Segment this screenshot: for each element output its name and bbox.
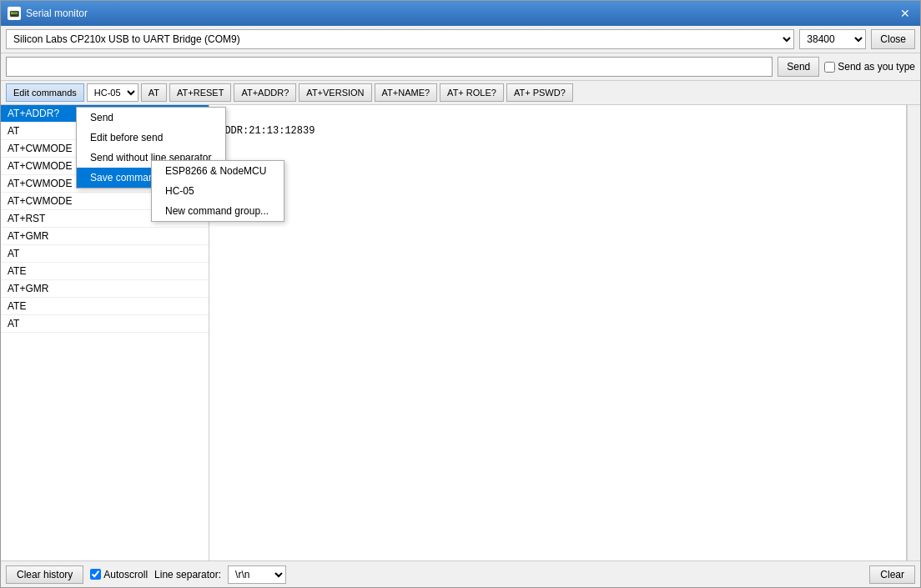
- cmd-at-reset[interactable]: AT+RESET: [169, 83, 231, 102]
- submenu-esp8266[interactable]: ESP8266 & NodeMCU: [152, 161, 209, 181]
- status-bar: Clear history Autoscroll Line separator:…: [1, 560, 920, 587]
- sidebar-item-at-2[interactable]: AT: [1, 245, 209, 263]
- send-toolbar: Send Send as you type: [1, 53, 920, 81]
- output-area: +ADDR:21:13:12839 OK: [209, 105, 907, 560]
- autoscroll-checkbox[interactable]: [90, 569, 101, 580]
- baud-select[interactable]: 38400: [799, 29, 866, 49]
- serial-monitor-window: 📟 Serial monitor ✕ Silicon Labs CP210x U…: [0, 0, 921, 588]
- context-edit-before-send-label: Edit before send: [90, 132, 163, 143]
- cmd-at-pswd[interactable]: AT+ PSWD?: [506, 83, 573, 102]
- edit-commands-button[interactable]: Edit commands: [6, 83, 84, 102]
- command-group-select[interactable]: HC-05: [87, 83, 138, 102]
- command-bar: Edit commands HC-05 AT AT+RESET AT+ADDR?…: [1, 81, 920, 105]
- autoscroll-label: Autoscroll: [103, 569, 148, 580]
- top-toolbar: Silicon Labs CP210x USB to UART Bridge (…: [1, 26, 920, 53]
- sidebar-item-ate-2[interactable]: ATE: [1, 298, 209, 315]
- app-icon: 📟: [8, 7, 21, 20]
- send-input[interactable]: [6, 57, 773, 77]
- line-separator-select[interactable]: \r\n: [228, 565, 286, 584]
- sidebar-item-at-3[interactable]: AT: [1, 315, 209, 333]
- cmd-at-name[interactable]: AT+NAME?: [375, 83, 438, 102]
- cmd-at-addr[interactable]: AT+ADDR?: [234, 83, 296, 102]
- output-line-2: +ADDR:21:13:12839: [213, 123, 903, 138]
- title-bar: 📟 Serial monitor ✕: [1, 1, 920, 26]
- cmd-at-role[interactable]: AT+ ROLE?: [440, 83, 504, 102]
- window-title: Serial monitor: [26, 8, 88, 19]
- close-window-button[interactable]: ✕: [897, 5, 913, 22]
- port-select[interactable]: Silicon Labs CP210x USB to UART Bridge (…: [6, 29, 794, 49]
- output-line-3: OK: [213, 138, 903, 153]
- output-line-1: [213, 108, 903, 123]
- context-menu-send[interactable]: Send: [77, 108, 209, 128]
- context-save-command-label: Save command: [90, 172, 159, 183]
- sidebar-item-at-gmr-2[interactable]: AT+GMR: [1, 280, 209, 298]
- send-as-you-type-checkbox[interactable]: [824, 62, 835, 73]
- send-as-you-type-label: Send as you type: [838, 61, 915, 73]
- close-button[interactable]: Close: [871, 29, 915, 49]
- title-bar-left: 📟 Serial monitor: [8, 7, 88, 20]
- submenu-hc05[interactable]: HC-05: [152, 181, 209, 201]
- send-button[interactable]: Send: [778, 57, 819, 77]
- sidebar-item-ate-1[interactable]: ATE: [1, 263, 209, 280]
- cmd-at-version[interactable]: AT+VERSION: [299, 83, 371, 102]
- sidebar: AT+ADDR? AT AT+CWMODE AT+CWMODE AT+CWMOD…: [1, 105, 209, 560]
- clear-history-button[interactable]: Clear history: [6, 565, 83, 584]
- cmd-at[interactable]: AT: [141, 83, 167, 102]
- autoscroll-container: Autoscroll: [90, 569, 148, 580]
- clear-button[interactable]: Clear: [869, 565, 915, 584]
- context-send-label: Send: [90, 112, 113, 123]
- main-area: AT+ADDR? AT AT+CWMODE AT+CWMODE AT+CWMOD…: [1, 105, 920, 560]
- send-as-you-type-container: Send as you type: [824, 61, 915, 73]
- submenu: ESP8266 & NodeMCU HC-05 New command grou…: [151, 160, 209, 222]
- scrollbar[interactable]: [907, 105, 920, 560]
- context-menu-edit-before-send[interactable]: Edit before send: [77, 128, 209, 148]
- sidebar-item-at-gmr-1[interactable]: AT+GMR: [1, 228, 209, 245]
- line-separator-label: Line separator:: [154, 569, 221, 580]
- submenu-new-group[interactable]: New command group...: [152, 201, 209, 221]
